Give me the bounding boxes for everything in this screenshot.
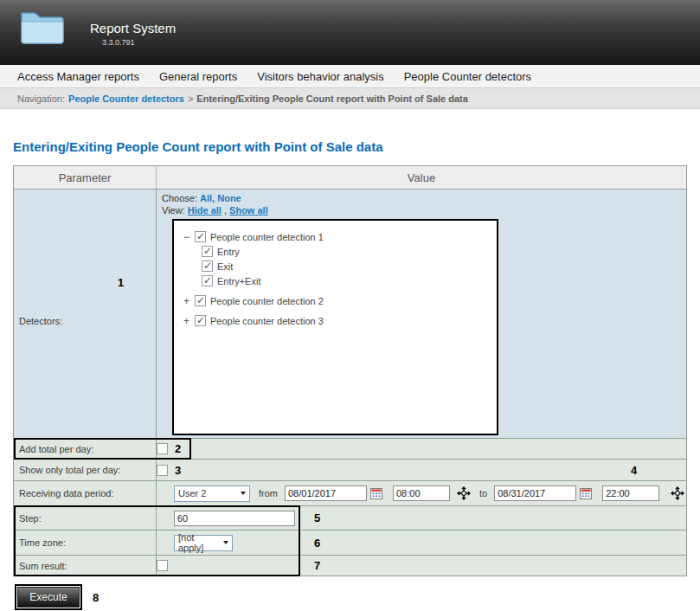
add-total-checkbox[interactable] bbox=[157, 443, 168, 454]
tree-group: − People counter detection 1 Entry bbox=[183, 229, 490, 288]
time-zone-select-value: [not apply] bbox=[178, 532, 223, 553]
detector-label: People counter detection 2 bbox=[210, 296, 324, 306]
from-time-input[interactable] bbox=[393, 486, 450, 501]
choose-all-link[interactable]: All bbox=[200, 193, 212, 203]
view-line: View: Hide all , Show all bbox=[162, 204, 686, 216]
step-value-cell: 5 bbox=[157, 506, 686, 530]
expand-toggle-icon[interactable]: + bbox=[183, 315, 190, 327]
move-cursor-icon bbox=[457, 486, 471, 500]
user-select[interactable]: User 2 bbox=[174, 486, 250, 502]
tree-node: − People counter detection 1 bbox=[183, 229, 490, 244]
hide-all-link[interactable]: Hide all bbox=[188, 205, 222, 215]
callout-6: 6 bbox=[314, 537, 320, 550]
channel-label: Entry+Exit bbox=[217, 276, 260, 286]
channel-checkbox[interactable] bbox=[202, 275, 213, 286]
channel-label: Entry bbox=[217, 247, 240, 257]
to-time-input[interactable] bbox=[602, 486, 659, 501]
time-zone-select[interactable]: [not apply] bbox=[174, 535, 233, 551]
row-sum-result: Sum result: 7 bbox=[14, 555, 686, 576]
row-receiving-data-period: Receiving data period: User 2 from bbox=[14, 480, 686, 505]
calendar-icon[interactable] bbox=[580, 488, 592, 499]
detector-label: People counter detection 1 bbox=[210, 232, 324, 242]
row-detectors: 1 Detectors: Choose: All, None View: Hid… bbox=[14, 189, 686, 438]
show-all-link[interactable]: Show all bbox=[229, 205, 268, 215]
app-version: 3.3.0.791 bbox=[102, 38, 135, 47]
to-label: to bbox=[479, 488, 487, 498]
period-label: Receiving data period: bbox=[19, 488, 113, 498]
breadcrumb-current: Entering/Exiting People Count report wit… bbox=[196, 93, 468, 104]
tree-node: Entry bbox=[202, 244, 490, 259]
time-zone-label-cell: Time zone: bbox=[14, 531, 157, 555]
detectors-value-cell: Choose: All, None View: Hide all , Show … bbox=[157, 190, 686, 438]
view-separator: , bbox=[224, 205, 227, 215]
show-only-label-cell: Show only total per day: bbox=[14, 460, 157, 480]
callout-1: 1 bbox=[118, 276, 124, 289]
tab-people-counter-detectors[interactable]: People Counter detectors bbox=[404, 70, 531, 83]
detector-checkbox[interactable] bbox=[195, 295, 206, 306]
breadcrumb-prefix: Navigation: bbox=[17, 93, 65, 104]
from-label: from bbox=[259, 488, 278, 498]
choose-label: Choose: bbox=[162, 193, 197, 203]
callout-3: 3 bbox=[175, 464, 181, 477]
add-total-label: Add total per day: bbox=[19, 444, 93, 454]
tab-access-manager-reports[interactable]: Access Manager reports bbox=[17, 70, 139, 83]
report-system-page: Report System 3.3.0.791 Access Manager r… bbox=[0, 0, 700, 611]
show-only-checkbox[interactable] bbox=[157, 465, 168, 476]
calendar-icon[interactable] bbox=[370, 488, 382, 499]
channel-checkbox[interactable] bbox=[202, 246, 213, 257]
tab-visitors-behavior-analysis[interactable]: Visitors behavior analysis bbox=[257, 70, 383, 83]
show-only-label: Show only total per day: bbox=[19, 465, 120, 475]
time-zone-label: Time zone: bbox=[19, 537, 66, 548]
row-add-total-per-day: Add total per day: 2 bbox=[14, 438, 686, 459]
tree-node: + People counter detection 3 bbox=[183, 313, 490, 328]
expand-toggle-icon[interactable]: + bbox=[183, 295, 190, 307]
tab-general-reports[interactable]: General reports bbox=[159, 70, 237, 83]
channel-label: Exit bbox=[217, 261, 233, 272]
callout-7: 7 bbox=[314, 559, 320, 572]
row-step: Step: 5 bbox=[14, 505, 686, 530]
callout-5: 5 bbox=[314, 511, 320, 524]
sum-result-checkbox[interactable] bbox=[157, 560, 168, 571]
callout-8: 8 bbox=[93, 591, 99, 604]
detector-label: People counter detection 3 bbox=[210, 316, 324, 326]
tree-node: Exit bbox=[202, 259, 490, 273]
execute-button[interactable]: Execute bbox=[17, 587, 80, 608]
view-label: View: bbox=[162, 205, 185, 215]
main-nav: Access Manager reports General reports V… bbox=[0, 65, 700, 88]
step-input[interactable] bbox=[174, 511, 295, 526]
detectors-label-cell: 1 Detectors: bbox=[14, 190, 157, 438]
step-label: Step: bbox=[19, 513, 42, 524]
page-title: Entering/Exiting People Count report wit… bbox=[13, 139, 700, 154]
detector-checkbox[interactable] bbox=[195, 231, 206, 242]
chevron-down-icon bbox=[223, 541, 228, 544]
show-only-value-cell: 3 4 bbox=[157, 460, 686, 480]
sum-result-label-cell: Sum result: bbox=[14, 556, 157, 576]
column-header-parameter: Parameter bbox=[14, 166, 157, 189]
move-cursor-icon bbox=[671, 486, 684, 500]
collapse-toggle-icon[interactable]: − bbox=[183, 231, 190, 243]
app-title: Report System bbox=[90, 21, 176, 35]
choose-none-link[interactable]: None bbox=[217, 193, 241, 203]
period-label-cell: Receiving data period: bbox=[14, 481, 157, 505]
detectors-tree: − People counter detection 1 Entry bbox=[172, 219, 498, 435]
sum-result-value-cell: 7 bbox=[157, 556, 686, 576]
tree-node: + People counter detection 2 bbox=[183, 293, 490, 308]
breadcrumb-link[interactable]: People Counter detectors bbox=[68, 93, 184, 104]
channel-checkbox[interactable] bbox=[202, 260, 213, 272]
add-total-label-cell: Add total per day: bbox=[14, 439, 157, 459]
tree-node: Entry+Exit bbox=[202, 273, 490, 288]
user-select-value: User 2 bbox=[178, 488, 213, 498]
from-date-input[interactable] bbox=[285, 486, 367, 501]
step-label-cell: Step: bbox=[14, 506, 157, 530]
execute-area: Execute 8 bbox=[17, 587, 700, 608]
detector-checkbox[interactable] bbox=[195, 315, 206, 326]
to-date-input[interactable] bbox=[494, 486, 576, 501]
callout-4: 4 bbox=[631, 464, 637, 477]
callout-2: 2 bbox=[175, 442, 181, 455]
tree-group: + People counter detection 3 bbox=[183, 313, 490, 328]
tree-children: Entry Exit Entry+Exit bbox=[202, 244, 490, 288]
choose-separator: , bbox=[212, 193, 215, 203]
choose-line: Choose: All, None bbox=[162, 192, 686, 204]
period-value-cell: User 2 from bbox=[157, 481, 686, 505]
parameters-table: Parameter Value 1 Detectors: Choose: All… bbox=[13, 165, 687, 576]
